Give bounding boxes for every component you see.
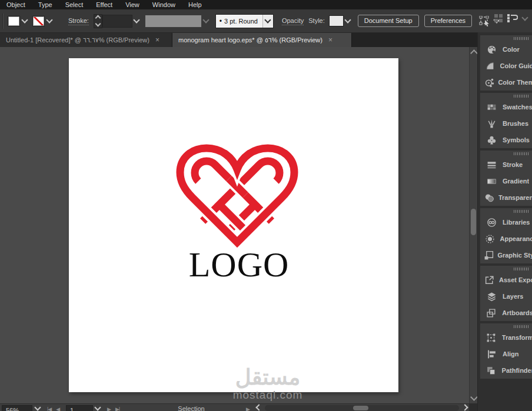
panel-button-brushes[interactable]: Brushes [480, 115, 532, 132]
panel-button-align[interactable]: Align [480, 346, 532, 362]
stroke-weight-input[interactable] [102, 15, 132, 28]
status-expand-icon[interactable]: ▶ [246, 406, 250, 411]
workspace-switcher-icon[interactable] [507, 14, 518, 22]
panel-button-appearance[interactable]: Appearance [480, 230, 532, 247]
close-tab-icon[interactable]: × [328, 36, 332, 44]
color-themes-icon [484, 78, 494, 88]
logo-wordmark[interactable]: LOGO [174, 247, 304, 282]
hscroll-right-icon[interactable] [461, 404, 468, 410]
stroke-color-swatch[interactable] [32, 16, 45, 26]
panel-button-gradient[interactable]: Gradient [480, 173, 532, 189]
document-setup-button[interactable]: Document Setup [358, 15, 419, 27]
preferences-button[interactable]: Preferences [424, 15, 472, 27]
panel-button-graphic-styles[interactable]: Graphic Styles [480, 247, 532, 263]
brush-definition-dropdown[interactable]: • 3 pt. Round [215, 14, 274, 28]
panel-label: Color [503, 46, 520, 53]
panel-button-color[interactable]: Color [480, 41, 532, 58]
panel-button-symbols[interactable]: Symbols [480, 132, 532, 148]
style-dropdown[interactable] [344, 16, 353, 26]
control-bar: Stroke: • 3 pt. Round Opacity Style: Doc… [0, 9, 532, 33]
drag-handle-icon[interactable] [480, 151, 532, 156]
graphic-styles-icon [484, 250, 494, 260]
style-swatch[interactable] [329, 15, 344, 26]
brush-preview-icon: • [216, 17, 222, 25]
workspace-chevron-icon[interactable] [521, 14, 528, 21]
panel-button-swatches[interactable]: Swatches [480, 99, 532, 115]
tab-untitled-recovered[interactable]: Untitled-1 [Recovered]* @ ٦٦.٦٧% (RGB/Pr… [0, 33, 172, 47]
panel-button-layers[interactable]: Layers [480, 288, 532, 305]
vertical-scroll-thumb[interactable] [471, 209, 476, 235]
panel-button-color-guide[interactable]: Color Guide [480, 58, 532, 74]
select-similar-icon[interactable] [479, 16, 492, 26]
drag-handle-icon[interactable] [480, 35, 532, 41]
panel-button-color-themes[interactable]: Color Themes [480, 74, 532, 91]
panel-label: Asset Export [499, 276, 532, 283]
panel-button-asset-export[interactable]: Asset Export [480, 272, 532, 288]
drag-handle-icon[interactable] [480, 93, 532, 99]
panel-label: Libraries [503, 219, 530, 226]
fill-color-dropdown[interactable] [20, 16, 29, 26]
brush-definition-value: 3 pt. Round [222, 18, 262, 25]
stroke-weight-stepper[interactable] [94, 14, 102, 28]
stroke-weight-label[interactable]: Stroke: [68, 17, 89, 25]
panel-button-transparency[interactable]: Transparency [480, 189, 532, 206]
panel-label: Symbols [503, 136, 530, 143]
brush-definition-chevron[interactable] [262, 15, 273, 28]
color-guide-icon [485, 61, 495, 71]
scroll-up-icon[interactable] [470, 49, 478, 57]
stroke-weight-dropdown[interactable] [132, 16, 141, 26]
document-tab-bar: Untitled-1 [Recovered]* @ ٦٦.٦٧% (RGB/Pr… [0, 33, 480, 47]
panel-button-stroke[interactable]: Stroke [480, 156, 532, 173]
menu-effect[interactable]: Effect [89, 1, 119, 9]
panel-group-stroke: Stroke Gradient Transparency [480, 151, 532, 206]
panel-label: Stroke [503, 161, 523, 168]
width-profile-dropdown[interactable] [145, 15, 202, 28]
next-page-icon[interactable]: ▶ [107, 406, 111, 411]
gradient-icon [487, 176, 497, 186]
style-label: Style: [308, 17, 325, 25]
drag-handle-icon[interactable] [480, 266, 532, 272]
prev-page-icon[interactable]: ◀ [56, 406, 59, 411]
menu-window[interactable]: Window [146, 1, 182, 9]
pathfinder-icon [486, 366, 496, 376]
illustrator-window: Object Type Select Effect View Window He… [0, 0, 532, 411]
vertical-scrollbar[interactable] [469, 47, 478, 403]
tab-monogram-heart-logo[interactable]: monogram heart logo.eps* @ ٥٦% (RGB/Prev… [172, 33, 352, 47]
zoom-level-field[interactable]: 56% [2, 405, 32, 411]
panel-button-artboards[interactable]: Artboards [480, 305, 532, 321]
panel-button-libraries[interactable]: Libraries [480, 214, 532, 230]
heart-monogram-logo[interactable] [172, 139, 302, 250]
menu-help[interactable]: Help [182, 1, 208, 9]
menu-view[interactable]: View [119, 1, 146, 9]
panel-group-transform: Transform Align Pathfinder [480, 323, 532, 379]
stroke-color-dropdown[interactable] [45, 16, 54, 26]
drag-handle-icon[interactable] [480, 208, 532, 214]
close-tab-icon[interactable]: × [155, 36, 159, 44]
drag-handle-icon[interactable] [480, 323, 532, 329]
opacity-label[interactable]: Opacity [282, 17, 304, 25]
menu-object[interactable]: Object [0, 1, 32, 9]
libraries-icon [487, 218, 497, 228]
tab-title: Untitled-1 [Recovered]* @ ٦٦.٦٧% (RGB/Pr… [6, 36, 149, 44]
panel-label: Graphic Styles [497, 252, 532, 259]
layers-icon [487, 292, 497, 302]
fill-color-swatch[interactable] [8, 16, 20, 26]
menu-select[interactable]: Select [59, 1, 90, 9]
artboard-number-field[interactable]: 1 [66, 405, 93, 411]
panel-button-pathfinder[interactable]: Pathfinder [480, 362, 532, 379]
panel-button-transform[interactable]: Transform [480, 329, 532, 346]
canvas-area[interactable]: LOGO [0, 47, 469, 403]
menu-type[interactable]: Type [32, 1, 59, 9]
horizontal-scroll-thumb[interactable] [353, 406, 368, 410]
scroll-down-icon[interactable] [470, 393, 478, 401]
width-profile-chevron[interactable] [202, 16, 211, 26]
artboard-dropdown-icon[interactable] [94, 404, 101, 410]
hscroll-left-icon[interactable] [255, 404, 262, 410]
zoom-dropdown-icon[interactable] [34, 404, 41, 410]
arrange-documents-icon[interactable] [494, 14, 503, 22]
panel-label: Artboards [502, 309, 532, 316]
panel-group-swatches: Swatches Brushes Symbols [480, 93, 532, 148]
horizontal-scrollbar[interactable] [265, 405, 459, 411]
artboards-icon [486, 308, 496, 318]
first-page-icon[interactable]: ◀ [48, 406, 51, 411]
